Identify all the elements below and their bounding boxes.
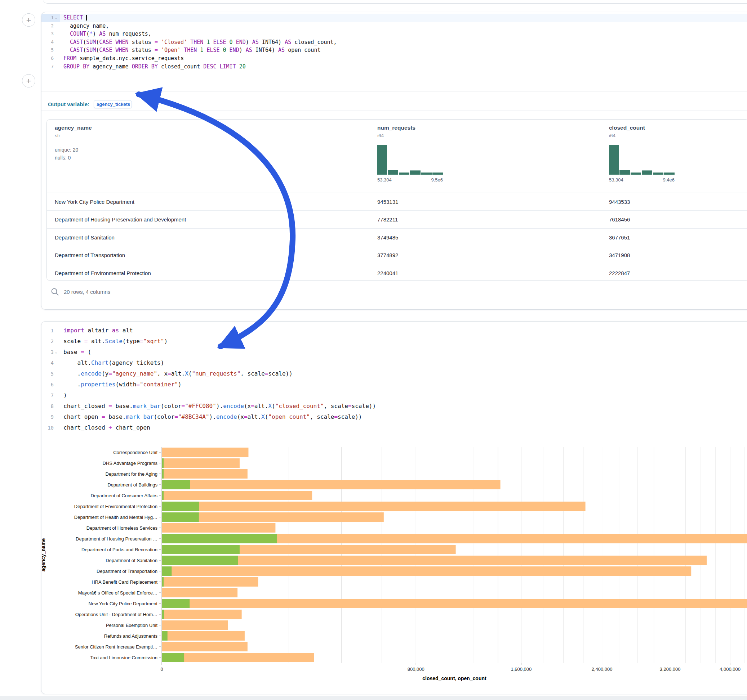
y-axis-label: Correspondence Unit <box>113 450 157 455</box>
sql-code-editor[interactable]: 1⌄SELECT 2 agency_name,3 COUNT(*) AS num… <box>41 14 747 71</box>
code-token <box>64 39 70 45</box>
line-number-gutter: 5 <box>41 46 60 54</box>
line-number: 6 <box>51 379 54 390</box>
table-body: New York City Police Department945313194… <box>47 193 747 281</box>
code-token: "sqrt" <box>144 338 164 345</box>
code-line: 6FROM sample_data.nyc.service_requests <box>41 54 747 63</box>
code-token: 'Open' <box>161 47 180 53</box>
code-token: 'Closed' <box>161 39 187 45</box>
code-token <box>158 39 161 45</box>
code-token: ( <box>265 413 268 420</box>
bar-open-count <box>162 556 238 565</box>
code-token: = <box>109 403 112 409</box>
code-token <box>226 39 230 45</box>
line-number: 9 <box>51 412 54 422</box>
code-token: + <box>109 424 112 431</box>
output-variable-pill[interactable]: agency_tickets <box>94 100 132 109</box>
code-token: (x <box>237 413 244 420</box>
code-token: 0 <box>230 39 233 45</box>
code-text: COUNT(*) AS num_requests, <box>60 30 151 38</box>
code-token: scale)) <box>268 370 292 377</box>
bar-closed-count <box>162 588 237 597</box>
table-cell: Department of Sanitation <box>55 229 115 246</box>
bar-open-count <box>162 534 277 543</box>
histogram-bar <box>664 172 674 175</box>
bar-open-count <box>162 512 199 522</box>
code-token: "#8BC34A" <box>178 413 209 420</box>
x-axis-label: 2,400,000 <box>592 667 612 672</box>
code-token: open_count <box>285 47 321 53</box>
code-text: ) <box>60 390 67 401</box>
code-token: closed_count, <box>291 39 337 45</box>
code-token: = <box>154 47 158 53</box>
code-token <box>233 39 236 45</box>
table-row: Department of Sanitation37494853677651 <box>47 229 747 246</box>
histogram-bar <box>631 172 641 175</box>
line-number-gutter: 5 <box>41 368 60 379</box>
code-line: 3 COUNT(*) AS num_requests, <box>41 30 747 38</box>
code-token <box>180 47 184 53</box>
code-token: ) <box>178 381 181 388</box>
bar-closed-count <box>162 448 248 457</box>
table-cell: 7618456 <box>609 211 630 228</box>
code-text: .encode(y="agency_name", x=alt.X("num_re… <box>60 368 293 379</box>
y-axis-label: Department of Buildings <box>107 482 157 487</box>
divider <box>41 91 747 92</box>
code-token: as <box>112 327 119 334</box>
code-line: 5 CAST(SUM(CASE WHEN status = 'Open' THE… <box>41 46 747 54</box>
code-token <box>236 63 239 70</box>
line-number-gutter: 6 <box>41 379 60 390</box>
code-token: ORDER BY <box>132 63 158 70</box>
code-token: = <box>81 348 84 355</box>
code-token: ) <box>92 31 99 37</box>
code-text: GROUP BY agency_name ORDER BY closed_cou… <box>60 63 246 71</box>
histogram-max-label: 9.5e6 <box>431 177 443 183</box>
line-number: 10 <box>48 422 54 433</box>
code-token: = <box>181 403 185 409</box>
python-code-editor[interactable]: 1import altair as alt2scale = alt.Scale(… <box>41 325 747 433</box>
add-cell-button[interactable]: + <box>22 74 35 88</box>
y-axis-label: Department for the Aging <box>105 471 157 477</box>
bar-open-count <box>162 609 164 619</box>
bar-closed-count <box>162 631 245 641</box>
table-cell: 2240041 <box>377 264 398 281</box>
search-icon[interactable] <box>51 288 59 296</box>
table-row-count: 20 rows, 4 columns <box>64 289 110 295</box>
code-text: SELECT <box>60 14 87 22</box>
code-token: "num_requests" <box>192 370 240 377</box>
code-token: alt. <box>88 338 105 345</box>
y-axis-label: Department of Housing Preservation … <box>76 536 157 542</box>
output-variable-row: Output variable: agency_tickets <box>48 98 132 110</box>
line-number-gutter: 1 <box>41 325 60 336</box>
line-number-gutter: 6 <box>41 54 60 63</box>
code-token: AS <box>278 47 285 53</box>
add-cell-button[interactable]: + <box>22 13 35 27</box>
fold-chevron-icon[interactable]: ⌄ <box>54 347 58 358</box>
histogram-bar <box>620 170 630 175</box>
histogram-min-label: 53,304 <box>609 177 623 183</box>
code-token <box>112 47 115 53</box>
y-axis-label: Mayorâ€ s Office of Special Enforce… <box>78 590 157 596</box>
code-token: ( <box>83 47 86 53</box>
code-token: 0 <box>223 47 226 53</box>
column-histogram <box>377 144 443 176</box>
table-cell: Department of Transportation <box>55 246 125 264</box>
histogram-max-label: 9.4e6 <box>663 177 674 183</box>
code-token: alt <box>119 327 133 334</box>
code-token <box>64 31 70 37</box>
code-token <box>187 39 190 45</box>
y-axis-label: Department of Health and Mental Hyg… <box>74 514 157 520</box>
fold-chevron-icon[interactable]: ⌄ <box>54 14 58 22</box>
bar-closed-count <box>162 459 240 468</box>
code-token: alt. <box>171 370 185 377</box>
code-token: CAST <box>70 47 83 53</box>
column-name: agency_name <box>55 125 92 131</box>
code-token: ( <box>86 31 89 37</box>
code-line: 2scale = alt.Scale(type="sqrt") <box>41 336 747 347</box>
table-column-header: agency_namestrunique: 20nulls: 0 <box>55 125 92 162</box>
y-axis-label: Personal Exemption Unit <box>106 623 157 628</box>
code-token: DESC <box>203 63 216 70</box>
code-token: = <box>168 370 171 377</box>
code-text: alt.Chart(agency_tickets) <box>60 358 164 368</box>
code-token: WHEN <box>116 39 129 45</box>
